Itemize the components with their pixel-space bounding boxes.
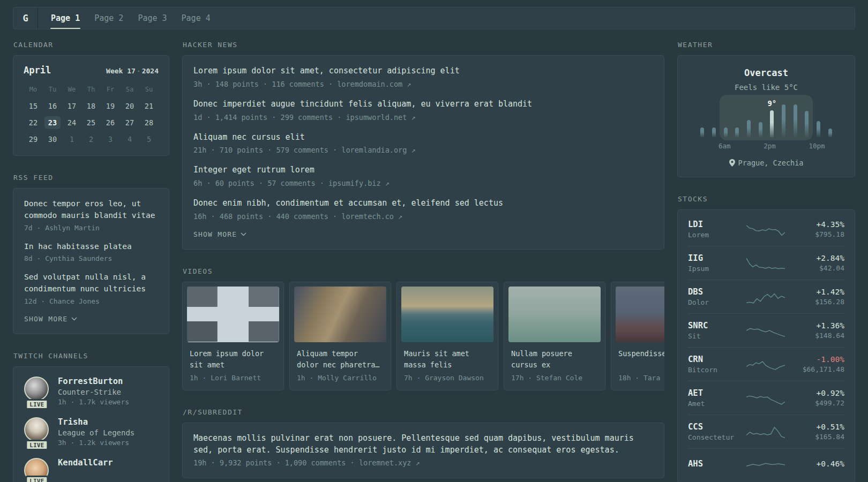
stock-symbol: DBS	[688, 287, 738, 297]
calendar-day[interactable]: 30	[43, 133, 62, 146]
weather-peak-temp: 9°	[767, 99, 776, 108]
stock-row[interactable]: LDI Lorem +4.35% $795.18	[688, 213, 844, 246]
chevron-down-icon	[241, 232, 246, 236]
hackernews-item: Integer eget rutrum lorem 6h · 60 points…	[193, 164, 653, 187]
calendar-day[interactable]: 4	[120, 133, 139, 146]
page-tab[interactable]: Page 2	[94, 7, 124, 29]
video-card[interactable]: Lorem ipsum dolor sit amet consectetu… 1…	[182, 282, 284, 390]
calendar-day[interactable]: 23	[44, 116, 61, 129]
calendar-day[interactable]: 5	[139, 133, 159, 146]
calendar-day[interactable]: 1	[62, 133, 81, 146]
twitch-game[interactable]: League of Legends	[58, 428, 134, 437]
video-card[interactable]: Aliquam tempor dolor nec pharetra… 1h · …	[289, 282, 391, 390]
hackernews-item-link[interactable]: loremlandia.org ↗	[341, 146, 415, 154]
twitch-channel-name[interactable]: ForrestBurton	[58, 376, 129, 386]
hackernews-item-stats: 21h · 710 points · 579 comments ·	[193, 146, 337, 154]
calendar-day[interactable]: 21	[139, 100, 159, 112]
subreddit-post: Maecenas mollis pulvinar erat non posuer…	[193, 433, 653, 468]
calendar-day[interactable]: 28	[139, 116, 159, 129]
section-title-videos: VIDEOS	[183, 267, 664, 275]
stock-change: +1.36%	[793, 321, 844, 330]
calendar-day[interactable]: 16	[43, 100, 62, 112]
stock-row[interactable]: AHS +0.46%	[688, 448, 844, 480]
video-card[interactable]: Suspendisse diam 18h · Tara	[611, 282, 664, 390]
stock-row[interactable]: AET Amet +0.92% $499.72	[688, 381, 844, 415]
calendar-weekday: Su	[139, 86, 159, 93]
stock-price: $148.64	[793, 332, 844, 340]
stock-change: +1.42%	[793, 288, 844, 296]
page-tab[interactable]: Page 1	[50, 7, 80, 29]
hackernews-item-link[interactable]: ipsumify.biz ↗	[328, 179, 390, 187]
calendar-day[interactable]: 22	[24, 116, 43, 129]
stock-row[interactable]: CRN Bitcorn -1.00% $66,171.48	[688, 347, 844, 381]
page-tab[interactable]: Page 4	[181, 7, 211, 29]
hackernews-item-link[interactable]: loremtech.co ↗	[341, 212, 402, 221]
weather-time-label	[787, 142, 798, 150]
hackernews-item-link[interactable]: loremnet.xyz ↗	[359, 458, 420, 467]
hackernews-item-title[interactable]: Donec enim nibh, condimentum et accumsan…	[193, 198, 653, 209]
show-more-button[interactable]: SHOW MORE	[24, 315, 77, 323]
hackernews-item-link[interactable]: ipsumworld.net ↗	[346, 113, 415, 122]
hackernews-item-title[interactable]: Aliquam nec cursus elit	[193, 132, 653, 144]
rss-item-title[interactable]: Donec tempor eros leo, ut commodo mauris…	[24, 198, 158, 222]
twitch-channel-name[interactable]: Trisha	[58, 417, 134, 427]
calendar-day[interactable]: 17	[62, 100, 81, 112]
hackernews-item-link[interactable]: loremdomain.com ↗	[337, 80, 411, 88]
twitch-channel-name[interactable]: KendallCarr	[58, 458, 113, 468]
calendar-day[interactable]: 2	[81, 133, 101, 146]
weather-widget: WEATHER Overcast Feels like 5°C 9° 6am2p…	[677, 41, 855, 177]
hackernews-item-title[interactable]: Maecenas mollis pulvinar erat non posuer…	[193, 433, 653, 456]
twitch-channel[interactable]: LIVE KendallCarr	[24, 458, 158, 482]
hackernews-item-meta: 3h · 148 points · 116 comments · loremdo…	[193, 80, 653, 88]
external-link-icon: ↗	[411, 113, 415, 122]
show-more-label: SHOW MORE	[24, 315, 68, 323]
calendar-day[interactable]: 20	[120, 100, 139, 112]
hackernews-item-stats: 16h · 468 points · 440 comments ·	[193, 212, 337, 221]
stock-name: Ipsum	[688, 265, 738, 273]
rss-item-title[interactable]: In hac habitasse platea	[24, 241, 158, 253]
hackernews-item: Lorem ipsum dolor sit amet, consectetur …	[193, 65, 653, 88]
twitch-meta: 3h · 1.2k viewers	[58, 439, 134, 447]
calendar-day[interactable]: 3	[101, 133, 120, 146]
calendar-day[interactable]: 24	[62, 116, 81, 129]
stock-name: Bitcorn	[688, 366, 738, 374]
stock-price: $42.04	[793, 264, 844, 272]
section-title-rss: RSS FEED	[13, 174, 169, 182]
calendar-day[interactable]: 26	[101, 116, 120, 129]
calendar-day[interactable]: 15	[24, 100, 43, 112]
stock-row[interactable]: SNRC Sit +1.36% $148.64	[688, 313, 844, 347]
stock-row[interactable]: CCS Consectetur +0.51% $165.84	[688, 415, 844, 448]
twitch-widget: TWITCH CHANNELS LIVE ForrestBurton Count…	[13, 352, 169, 482]
stock-row[interactable]: DBS Dolor +1.42% $156.28	[688, 280, 844, 313]
calendar-day[interactable]: 18	[81, 100, 101, 112]
page-tab-label: Page 2	[94, 13, 123, 23]
calendar-day[interactable]: 19	[101, 100, 120, 112]
rss-card: Donec tempor eros leo, ut commodo mauris…	[13, 188, 169, 334]
stock-price: $795.18	[793, 230, 844, 238]
hackernews-item-title[interactable]: Integer eget rutrum lorem	[193, 164, 653, 176]
stock-symbol: CCS	[688, 422, 738, 432]
rss-item: Donec tempor eros leo, ut commodo mauris…	[24, 198, 158, 232]
rss-item-title[interactable]: Sed volutpat nulla nisl, a condimentum n…	[24, 272, 158, 295]
calendar-day[interactable]: 29	[24, 133, 43, 146]
page-tab[interactable]: Page 3	[137, 7, 167, 29]
weather-time-label	[742, 142, 753, 150]
video-card[interactable]: Mauris sit amet massa felis 7h · Grayson…	[396, 282, 498, 390]
twitch-channel[interactable]: LIVE ForrestBurton Counter-Strike 1h · 1…	[24, 376, 158, 406]
video-strip: Lorem ipsum dolor sit amet consectetu… 1…	[182, 282, 664, 390]
videos-widget: VIDEOS Lorem ipsum dolor sit amet consec…	[182, 267, 664, 390]
weather-bar	[789, 104, 801, 138]
stock-row[interactable]: IIG Ipsum +2.84% $42.04	[688, 246, 844, 280]
twitch-game[interactable]: Counter-Strike	[58, 388, 129, 396]
hackernews-item-title[interactable]: Donec imperdiet augue tincidunt felis al…	[193, 99, 653, 110]
twitch-channel[interactable]: LIVE Trisha League of Legends 3h · 1.2k …	[24, 417, 158, 447]
show-more-button[interactable]: SHOW MORE	[193, 230, 246, 238]
calendar-day[interactable]: 25	[81, 116, 101, 129]
app-logo[interactable]: G	[13, 7, 38, 29]
calendar-weekday: Fr	[101, 86, 120, 93]
video-title: Nullam posuere cursus ex	[511, 348, 598, 371]
hackernews-item-title[interactable]: Lorem ipsum dolor sit amet, consectetur …	[193, 65, 653, 77]
video-card[interactable]: Nullam posuere cursus ex 17h · Stefan Co…	[504, 282, 605, 390]
calendar-day[interactable]: 27	[120, 116, 139, 129]
weather-bar	[720, 104, 731, 138]
